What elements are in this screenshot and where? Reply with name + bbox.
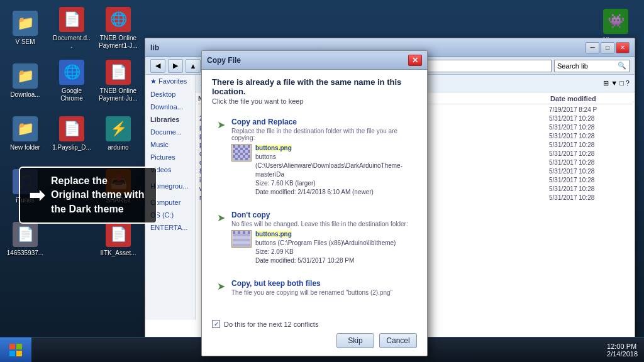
cd-titlebar: Copy File ✕ <box>202 51 427 70</box>
svg-rect-15 <box>235 150 238 153</box>
svg-rect-11 <box>243 148 245 150</box>
view-options[interactable]: ⊞ ▼ □ ? <box>603 79 630 87</box>
dont-copy-option[interactable]: ➤ Don't copy No files will be changed. L… <box>212 206 417 270</box>
fe-search-input[interactable]: Search lib 🔍 <box>554 60 630 72</box>
conflicts-checkbox[interactable] <box>212 320 220 328</box>
desktop-icon-new-folder[interactable]: 📁 New folder <box>3 109 47 159</box>
fe-back-button[interactable]: ◀ <box>150 59 165 73</box>
documentd-icon: 📄 <box>59 7 84 32</box>
svg-rect-24 <box>240 153 243 155</box>
svg-rect-3 <box>240 145 243 148</box>
desktop-icon-tneb-online[interactable]: 🌐 TNEB Online Payment1-J... <box>96 3 140 53</box>
svg-rect-12 <box>245 148 248 150</box>
skip-button[interactable]: Skip <box>336 333 374 348</box>
copy-keep-both-option[interactable]: ➤ Copy, but keep both files The file you… <box>212 274 417 304</box>
svg-rect-28 <box>233 155 235 158</box>
fe-forward-button[interactable]: ▶ <box>168 59 183 73</box>
fe-minimize-button[interactable]: ─ <box>586 42 599 53</box>
windows-logo-icon <box>9 344 22 356</box>
desktop-icon-vsem[interactable]: 📁 V SEM <box>3 3 47 53</box>
desktop-icon-tneb2[interactable]: 📄 TNEB Online Payment-Ju... <box>96 56 140 106</box>
sidebar-downloads[interactable]: Downloa... <box>145 101 195 113</box>
sidebar-documents[interactable]: Docume... <box>145 126 195 138</box>
downloads-label: Downloa... <box>10 91 40 99</box>
sidebar-favorites[interactable]: ★ Favorites <box>145 75 195 88</box>
svg-rect-39 <box>243 158 245 160</box>
svg-rect-20 <box>248 150 250 153</box>
copy-replace-size: Size: 7.60 KB (larger) <box>255 179 412 188</box>
file-pixel-icon-replace <box>233 145 250 160</box>
vsem-label: V SEM <box>15 38 35 46</box>
copy-replace-path: (C:\Users\Alienware\Downloads\DarkArduin… <box>255 162 412 179</box>
copy-keep-both-title: Copy, but keep both files <box>231 279 412 288</box>
clock-date: 2/14/2018 <box>607 350 638 358</box>
copy-replace-option[interactable]: ➤ Copy and Replace Replace the file in t… <box>212 112 417 202</box>
desktop-icon-documentd[interactable]: 📄 Document.d... <box>50 3 94 53</box>
dont-copy-preview: buttons.png buttons (C:\Program Files (x… <box>231 230 412 265</box>
fe-maximize-button[interactable]: □ <box>601 42 614 53</box>
desktop-icon-arduino[interactable]: ⚡ arduino <box>96 109 140 159</box>
search-text: Search lib <box>557 62 588 70</box>
file146-icon: 📄 <box>13 222 38 247</box>
fe-close-button[interactable]: ✕ <box>616 42 630 53</box>
svg-rect-13 <box>248 148 250 150</box>
sidebar-libraries[interactable]: Libraries <box>145 113 195 126</box>
svg-rect-7 <box>233 148 235 150</box>
iitk-label: IITK_Asset... <box>100 250 136 257</box>
copy-replace-preview: buttons.png buttons (C:\Users\Alienware\… <box>231 144 412 197</box>
svg-rect-46 <box>243 231 245 234</box>
svg-rect-52 <box>233 241 250 244</box>
copy-keep-both-arrow-icon: ➤ <box>217 280 225 292</box>
svg-rect-34 <box>248 155 250 158</box>
dont-copy-title: Don't copy <box>231 211 412 219</box>
cd-body: There is already a file with the same na… <box>202 70 427 315</box>
dont-copy-content: Don't copy No files will be changed. Lea… <box>231 211 412 265</box>
svg-rect-1 <box>235 145 238 148</box>
cd-title: Copy File <box>207 56 241 65</box>
dont-copy-size: Size: 2.09 KB <box>255 248 396 256</box>
svg-rect-44 <box>238 231 240 234</box>
tneb-label: TNEB Online Payment1-J... <box>99 35 138 50</box>
copy-replace-title: Copy and Replace <box>231 118 412 126</box>
desktop-icon-payslip[interactable]: 📄 1.Payslip_D... <box>50 109 94 159</box>
sidebar-desktop[interactable]: Desktop <box>145 88 195 101</box>
desktop-icon-google-chrome[interactable]: 🌐 Google Chrome <box>50 56 94 106</box>
svg-rect-35 <box>233 158 235 160</box>
cd-footer: Do this for the next 12 conflicts Skip C… <box>202 315 427 356</box>
svg-rect-56 <box>9 351 15 356</box>
start-button[interactable] <box>0 337 31 363</box>
sidebar-pictures[interactable]: Pictures <box>145 151 195 163</box>
annotation-box: ➡ Replace the Original theme with the Da… <box>19 167 157 224</box>
svg-rect-42 <box>233 231 235 234</box>
file146-label: 146535937... <box>7 250 43 257</box>
cancel-button[interactable]: Cancel <box>379 333 417 348</box>
sidebar-music[interactable]: Music <box>145 138 195 151</box>
annotation-arrow-icon: ➡ <box>29 182 45 209</box>
svg-rect-14 <box>233 150 235 153</box>
fe-title: lib <box>150 43 159 52</box>
fe-controls: ─ □ ✕ <box>586 42 630 53</box>
svg-rect-48 <box>248 231 250 234</box>
svg-rect-8 <box>235 148 238 150</box>
svg-rect-26 <box>245 153 248 155</box>
copy-replace-date: Date modified: 2/14/2018 6:10 AM (newer) <box>255 188 412 197</box>
cd-close-button[interactable]: ✕ <box>408 55 422 66</box>
copy-replace-file-details: buttons.png buttons (C:\Users\Alienware\… <box>255 144 412 197</box>
copy-replace-arrow-icon: ➤ <box>217 119 225 131</box>
fe-up-button[interactable]: ▲ <box>186 59 201 73</box>
svg-rect-33 <box>245 155 248 158</box>
svg-rect-55 <box>16 344 22 349</box>
arduino-label: arduino <box>108 144 128 151</box>
search-icon: 🔍 <box>618 62 626 70</box>
desktop-icon-downloads[interactable]: 📁 Downloa... <box>3 56 47 106</box>
svg-rect-47 <box>245 231 248 234</box>
clock-time: 12:00 PM <box>607 343 638 350</box>
dont-copy-filename: buttons.png <box>255 231 292 238</box>
tneb-icon: 🌐 <box>106 7 131 32</box>
dont-copy-date: Date modified: 5/31/2017 10:28 PM <box>255 256 396 265</box>
dont-copy-arrow-icon: ➤ <box>217 212 225 224</box>
svg-rect-0 <box>233 145 235 148</box>
svg-rect-37 <box>238 158 240 160</box>
copy-file-dialog: Copy File ✕ There is already a file with… <box>201 50 428 356</box>
conflicts-checkbox-label: Do this for the next 12 conflicts <box>224 321 318 328</box>
